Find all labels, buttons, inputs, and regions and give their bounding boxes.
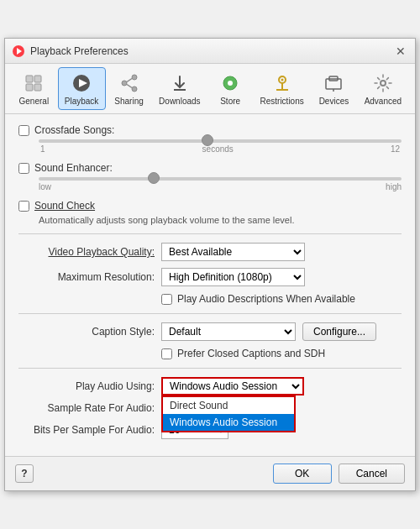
caption-style-select[interactable]: Default Large Text Classic [161,322,296,341]
tab-general-label: General [19,97,50,106]
audio-desc-row: Play Audio Descriptions When Available [18,293,402,305]
sound-enhancer-high-label: high [386,182,402,191]
play-audio-using-value: Windows Audio Session Direct Sound Direc… [161,377,402,395]
advanced-icon [371,71,395,95]
crossfade-slider-labels: 1 seconds 12 [39,144,402,154]
divider-1 [18,233,402,234]
prefer-captions-row: Prefer Closed Captions and SDH [18,348,402,359]
crossfade-slider-area: 1 seconds 12 [39,139,402,154]
sound-enhancer-slider-track[interactable] [39,177,402,181]
tab-sharing-label: Sharing [114,97,143,106]
svg-point-10 [132,86,137,92]
tab-downloads-label: Downloads [159,97,200,106]
divider-3 [18,368,402,369]
tab-advanced-label: Advanced [365,97,402,106]
sound-check-section: Sound Check Automatically adjusts song p… [18,200,402,225]
sound-enhancer-checkbox[interactable] [18,163,29,174]
play-audio-using-label: Play Audio Using: [18,380,161,392]
sound-enhancer-label: Sound Enhancer: [34,162,113,174]
crossfade-max-label: 12 [391,144,400,154]
sound-enhancer-labels: low high [39,182,402,191]
sharing-icon [118,71,141,95]
svg-line-12 [127,85,132,88]
video-quality-select[interactable]: Best Available High Definition (1080p) S… [161,243,305,261]
toolbar: General Playback Sharing [5,64,415,114]
footer-buttons: OK Cancel [273,464,405,484]
sound-enhancer-row: Sound Enhancer: [18,162,402,174]
devices-icon [322,71,345,95]
svg-line-11 [127,79,132,82]
restrictions-icon [270,71,294,95]
sound-check-row: Sound Check [18,200,402,212]
prefer-captions-label: Prefer Closed Captions and SDH [177,348,325,359]
close-button[interactable]: ✕ [393,44,408,59]
cancel-button[interactable]: Cancel [339,464,405,484]
tab-store[interactable]: Store [208,67,252,110]
crossfade-slider-track[interactable] [39,139,402,143]
audio-desc-label: Play Audio Descriptions When Available [177,293,355,305]
tab-devices[interactable]: Devices [312,67,356,110]
sound-enhancer-slider-thumb[interactable] [148,172,160,184]
crossfade-section: Crossfade Songs: 1 seconds 12 [18,124,402,154]
ok-button[interactable]: OK [273,464,332,484]
svg-point-15 [228,81,233,86]
svg-rect-3 [34,76,41,82]
sound-check-checkbox[interactable] [18,201,29,212]
play-audio-dropdown-open: Direct Sound Windows Audio Session [161,395,296,432]
caption-style-label: Caption Style: [18,326,161,338]
svg-point-8 [132,75,137,80]
tab-general[interactable]: General [12,67,56,110]
tab-advanced[interactable]: Advanced [358,67,408,110]
general-icon [22,71,45,95]
playback-icon [70,71,93,95]
svg-point-9 [122,81,127,86]
max-resolution-select[interactable]: High Definition (1080p) Standard Definit… [161,268,305,286]
preferences-window: Playback Preferences ✕ General [4,38,416,491]
sound-enhancer-slider-area: low high [39,177,402,191]
crossfade-slider-track-row [39,139,402,143]
tab-playback-label: Playback [65,97,99,106]
divider-2 [18,313,402,314]
svg-point-17 [281,79,283,81]
audio-form-grid: Play Audio Using: Windows Audio Session … [18,377,402,439]
svg-rect-4 [26,84,33,91]
sound-enhancer-slider-track-row [39,177,402,181]
caption-style-value: Default Large Text Classic Configure... [161,322,402,341]
tab-sharing[interactable]: Sharing [108,67,151,110]
svg-rect-2 [26,76,33,82]
crossfade-checkbox[interactable] [18,125,29,136]
sound-enhancer-section: Sound Enhancer: low high [18,162,402,191]
title-bar: Playback Preferences ✕ [5,39,415,64]
sample-rate-label: Sample Rate For Audio: [18,402,161,414]
tab-restrictions-label: Restrictions [260,97,304,106]
prefer-captions-checkbox[interactable] [161,348,172,359]
video-quality-value: Best Available High Definition (1080p) S… [161,243,402,261]
svg-rect-5 [34,84,41,91]
play-audio-dropdown-wrapper: Windows Audio Session Direct Sound Direc… [161,377,304,395]
video-form-grid: Video Playback Quality: Best Available H… [18,243,402,286]
sound-check-label[interactable]: Sound Check [34,200,95,212]
bits-per-sample-label: Bits Per Sample For Audio: [18,424,161,436]
video-quality-label: Video Playback Quality: [18,246,161,258]
tab-store-label: Store [220,97,240,106]
caption-form-grid: Caption Style: Default Large Text Classi… [18,322,402,341]
help-button[interactable]: ? [15,464,34,483]
dropdown-option-windows-audio[interactable]: Windows Audio Session [163,414,294,431]
audio-desc-checkbox[interactable] [161,294,172,305]
tab-downloads[interactable]: Downloads [153,67,207,110]
tab-playback[interactable]: Playback [58,67,106,110]
content-area: Crossfade Songs: 1 seconds 12 Sound En [5,114,415,456]
crossfade-min-label: 1 [40,144,45,154]
svg-point-22 [381,81,386,86]
configure-button[interactable]: Configure... [302,322,376,341]
crossfade-label: Crossfade Songs: [34,124,114,136]
play-audio-using-select[interactable]: Windows Audio Session Direct Sound [161,377,304,395]
footer: ? OK Cancel [5,456,415,490]
window-title: Playback Preferences [30,45,393,57]
dropdown-option-direct-sound[interactable]: Direct Sound [163,397,294,414]
store-icon [218,71,242,95]
tab-restrictions[interactable]: Restrictions [254,67,310,110]
max-resolution-value: High Definition (1080p) Standard Definit… [161,268,402,286]
sound-check-desc: Automatically adjusts song playback volu… [39,215,402,225]
sound-enhancer-low-label: low [39,182,51,191]
